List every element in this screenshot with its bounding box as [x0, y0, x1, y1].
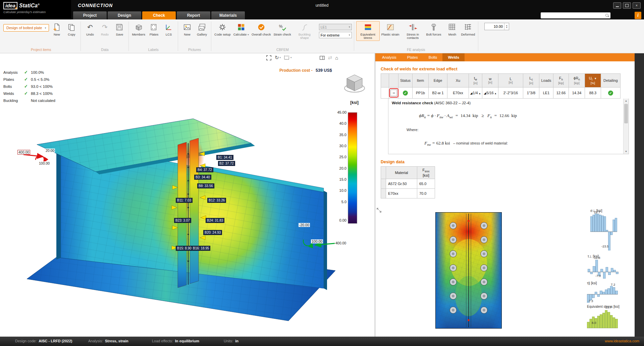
bolt-forces-button[interactable]: Bolt forces [425, 21, 442, 37]
panel-right-gutter [635, 53, 644, 337]
status-row: Plates ✓ 0.5 < 5.0% [3, 76, 55, 83]
weld-result-label: B23: 3.07 [174, 218, 191, 223]
selection-mode-icon[interactable]: ▾ [284, 55, 292, 60]
fit-view-icon[interactable] [266, 55, 272, 61]
color-scale-bar [348, 112, 357, 224]
section-title-weld-check: Check of welds for extreme load effect [381, 67, 629, 71]
viewport-toolbar: ↻▾ ▾ ⇄ ⌂ [266, 55, 338, 61]
tab-report[interactable]: Report [177, 11, 210, 19]
fillet-weld-icon: ◢ [484, 92, 486, 95]
connection-type-dropdown[interactable]: Design of bolted plate▾ [3, 24, 49, 32]
check-icon: ✓ [24, 77, 31, 82]
calculate-button[interactable]: Calculate ▾ [232, 21, 250, 38]
clipping-planes-icon[interactable] [319, 55, 325, 60]
new-picture-button[interactable]: New [180, 21, 194, 37]
chart-max-value: 23.7 [605, 305, 612, 309]
section-title-design-data: Design data [381, 160, 629, 164]
strain-check-icon: % [277, 22, 287, 32]
minimize-icon[interactable] [613, 2, 621, 9]
plates-labels-button[interactable]: Plates [147, 21, 161, 37]
info-button[interactable]: i [635, 12, 641, 19]
analysis-status-overlay: Analysis ✓ 100.0% Plates ✓ 0.5 < 5.0% Bo… [3, 69, 55, 104]
model-viewport[interactable]: B1: 34.41 B2: 37.72 B4: 37.72 B3: 34.40 … [0, 53, 375, 337]
load-value-label: 400.00 [17, 150, 30, 155]
tab-materials[interactable]: Materials [211, 11, 245, 19]
tab-plates[interactable]: Plates [402, 53, 423, 61]
design-data-row: A572 Gr.50 65.0 [381, 179, 435, 189]
weld-result-label: B16: 18.95 [192, 246, 210, 251]
load-effects-status: Load effects:In equilibrium [152, 339, 199, 343]
save-button[interactable]: Save [112, 21, 126, 37]
sorted-column-header[interactable]: Ut ▼[%] [585, 74, 601, 88]
members-icon [133, 22, 144, 32]
mesh-icon [447, 22, 457, 32]
load-value-label: -20.00 [299, 223, 310, 227]
tab-analysis[interactable]: Analysis [377, 53, 402, 61]
mesh-button[interactable]: Mesh [445, 21, 459, 37]
expand-detail-icon[interactable] [376, 208, 382, 214]
tab-project[interactable]: Project [73, 11, 107, 19]
fem-model-canvas[interactable] [0, 53, 375, 337]
fillet-weld-icon: ◢ [470, 92, 472, 95]
redo-icon: ↷ [100, 22, 110, 32]
design-code-status: Design code:AISC - LRFD (2022) [15, 339, 72, 343]
search-icon[interactable] [605, 13, 609, 17]
extreme-filter-dropdown[interactable]: For extreme▾ [319, 32, 352, 38]
svg-text:%: % [279, 24, 282, 29]
strain-check-button[interactable]: % Strain check [272, 21, 292, 37]
load-effect-dropdown[interactable]: LE1▾ [319, 24, 352, 30]
lcs-labels-button[interactable]: LCS [162, 21, 176, 37]
chart-value: 8.0 [592, 321, 596, 325]
window-controls: × [613, 2, 641, 9]
code-setup-button[interactable]: Code setup [213, 21, 232, 37]
status-ok-icon: ✓ [403, 91, 408, 96]
orbit-icon[interactable]: ↻▾ [275, 55, 281, 61]
overall-check-button[interactable]: Overall check [251, 21, 272, 37]
undo-button[interactable]: ↶ Undo [83, 21, 97, 37]
spinner-arrows-icon[interactable]: ▲▼ [504, 23, 509, 30]
sync-views-icon[interactable]: ⇄ [328, 55, 332, 61]
weld-result-label: B24: 31.83 [206, 218, 224, 223]
group-label-pictures: Pictures [180, 47, 209, 53]
chart-min-value: -7.0 [595, 274, 601, 278]
website-link[interactable]: www.ideastatica.com [605, 339, 639, 343]
collapse-row-button[interactable]: − [390, 90, 397, 96]
new-document-icon [52, 22, 62, 32]
tab-bolts[interactable]: Bolts [423, 53, 443, 61]
search-input[interactable] [542, 13, 605, 18]
redo-button[interactable]: ↷ Redo [98, 21, 112, 37]
copy-project-item-button[interactable]: Copy [64, 21, 78, 37]
new-project-item-button[interactable]: New [50, 21, 64, 37]
home-view-icon[interactable]: ⌂ [335, 55, 338, 61]
units-status: Units:in [224, 339, 238, 343]
buckling-shape-button[interactable]: Buckling shape [293, 21, 316, 41]
formula-scrollbar[interactable]: ▲ ▼ [623, 99, 629, 154]
tab-check[interactable]: Check [142, 11, 176, 19]
picture-icon [182, 22, 192, 32]
deformed-button[interactable]: Deformed [460, 21, 476, 37]
overall-check-icon [256, 22, 266, 32]
check-icon: ✓ [24, 91, 31, 96]
equivalent-stress-button[interactable]: Equivalent stress [356, 21, 380, 41]
group-label-data: Data [83, 47, 126, 53]
maximize-icon[interactable] [623, 2, 631, 9]
scale-spinner[interactable]: 10.00 ▲▼ [484, 23, 509, 30]
group-label-fe-analysis: FE analysis [356, 47, 476, 53]
tab-design[interactable]: Design [108, 11, 141, 19]
plastic-strain-button[interactable]: Plastic strain [380, 21, 400, 37]
chart-max-value: 12.8 [594, 256, 600, 260]
navigation-cube[interactable] [343, 71, 366, 96]
tab-welds[interactable]: Welds [442, 53, 465, 61]
gallery-button[interactable]: Gallery [195, 21, 209, 37]
close-icon[interactable]: × [633, 2, 641, 9]
stress-in-contacts-button[interactable]: Stress in contacts [401, 21, 425, 41]
ribbon: Design of bolted plate▾ New Copy Project… [0, 19, 644, 53]
check-panel: Analysis Plates Bolts Welds Check of wel… [375, 53, 635, 337]
color-scale-unit: [ksi] [350, 100, 359, 105]
logo-tagline: Calculate yesterday's estimates [3, 10, 71, 14]
members-labels-button[interactable]: Members [131, 21, 146, 37]
scrollbar-thumb [624, 104, 628, 123]
tau-perp-chart [588, 260, 619, 279]
chart-label: τ∥ [ksi] [587, 281, 597, 285]
deformed-icon [463, 22, 473, 32]
